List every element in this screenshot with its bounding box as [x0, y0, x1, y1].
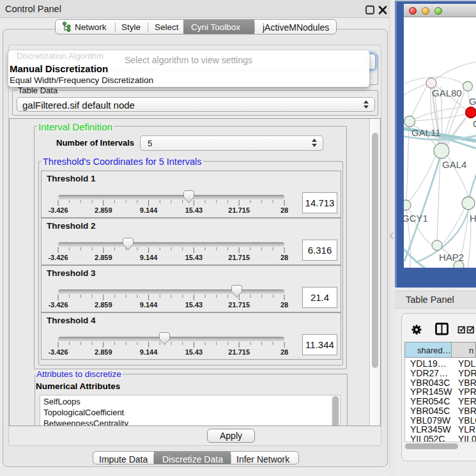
svg-text:21.715: 21.715 [228, 254, 250, 261]
svg-text:-3.426: -3.426 [48, 301, 68, 309]
svg-text:2.859: 2.859 [95, 348, 112, 356]
svg-text:GAL11: GAL11 [411, 127, 441, 138]
svg-text:-3.426: -3.426 [48, 348, 68, 356]
svg-text:HIS7: HIS7 [470, 213, 476, 224]
svg-text:2.859: 2.859 [95, 301, 112, 309]
svg-text:2.859: 2.859 [95, 254, 112, 261]
svg-text:28: 28 [280, 206, 288, 214]
svg-text:9.144: 9.144 [140, 301, 158, 309]
svg-text:9.144: 9.144 [140, 206, 158, 214]
svg-text:21.715: 21.715 [228, 301, 250, 309]
svg-text:21.715: 21.715 [228, 206, 250, 214]
svg-text:9.144: 9.144 [140, 254, 158, 261]
svg-text:15.43: 15.43 [185, 206, 203, 214]
svg-text:GAL80: GAL80 [432, 88, 462, 98]
svg-text:9.144: 9.144 [140, 348, 158, 356]
svg-text:28: 28 [280, 301, 288, 309]
svg-text:2.859: 2.859 [95, 206, 112, 214]
svg-text:HAP2: HAP2 [439, 252, 464, 263]
svg-text:GAL2: GAL2 [469, 96, 476, 107]
svg-text:GAL4: GAL4 [442, 159, 466, 170]
svg-text:15.43: 15.43 [185, 254, 203, 261]
svg-text:28: 28 [280, 348, 288, 356]
svg-text:-3.426: -3.426 [48, 254, 68, 261]
svg-text:21.715: 21.715 [228, 348, 250, 356]
svg-text:15.43: 15.43 [185, 348, 203, 356]
svg-text:-3.426: -3.426 [48, 206, 68, 214]
svg-text:28: 28 [280, 254, 288, 261]
svg-text:GCY1: GCY1 [404, 213, 428, 224]
svg-text:CRP1: CRP1 [473, 118, 476, 129]
svg-text:15.43: 15.43 [185, 301, 203, 309]
